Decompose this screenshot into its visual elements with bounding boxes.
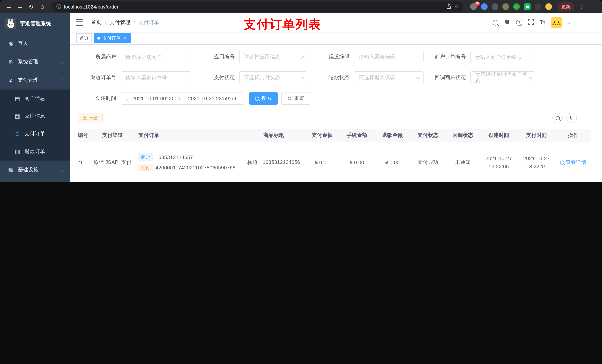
channel-order-no-input[interactable] — [121, 71, 191, 84]
merchant-order-no-label: 商户订单编号 — [424, 54, 470, 60]
search-button[interactable]: 搜索 — [249, 92, 278, 105]
header-search-icon[interactable] — [493, 20, 498, 25]
sidebar-item-app-info[interactable]: ▦ 应用信息 — [0, 107, 70, 125]
tab-pay-order[interactable]: 支付订单 × — [94, 33, 131, 43]
sidebar-item-system[interactable]: ⚙ 系统管理 — [0, 52, 70, 71]
channel-code-select[interactable]: 请输入渠道编码 — [354, 51, 424, 63]
sidebar-submenu-payment: ▤ 商户信息 ▦ 应用信息 ⊙ 支付订单 ▥ 退款订单 — [0, 90, 70, 161]
export-button[interactable]: 导出 — [78, 113, 103, 123]
browser-update-button[interactable]: 更新 — [558, 2, 574, 11]
top-navbar: 首页 / 支付管理 / 支付订单 ? TT — [70, 13, 602, 32]
logo-bunny-icon — [5, 18, 16, 29]
bookmark-star-icon[interactable]: ☆ — [454, 4, 459, 10]
github-icon[interactable] — [504, 19, 511, 27]
extension-icon[interactable] — [502, 3, 509, 10]
font-size-icon[interactable]: TT — [539, 19, 545, 26]
sidebar-toggle-icon[interactable] — [76, 19, 83, 26]
browser-menu-icon[interactable]: ⋮ — [578, 4, 585, 10]
pay-status-label: 支付状态 — [191, 74, 239, 81]
sidebar: 芋道管理系统 ◉ 首页 ⚙ 系统管理 ¥ 支付管理 — [0, 13, 70, 182]
breadcrumb-home[interactable]: 首页 — [91, 19, 101, 26]
app-no-select[interactable]: 请选择应用信息 — [239, 51, 307, 63]
date-range-end[interactable]: 2021-10-31 23:59:59 — [188, 95, 236, 101]
orders-table-container: 编号 支付渠道 支付订单 商品标题 支付金额 手续金额 退款金额 支付状态 回调… — [78, 129, 595, 182]
extension-icon[interactable] — [535, 3, 541, 10]
home-icon: ⌂ — [40, 3, 44, 10]
sidebar-item-label: 基础设施 — [18, 166, 58, 173]
reload-button[interactable]: ↻ — [26, 1, 36, 12]
chevron-down-icon — [61, 60, 65, 64]
sidebar-item-label: 系统管理 — [18, 58, 58, 65]
app-logo[interactable]: 芋道管理系统 — [0, 13, 70, 34]
col-refund: 退款金额 — [375, 129, 410, 142]
table-header-row: 编号 支付渠道 支付订单 商品标题 支付金额 手续金额 退款金额 支付状态 回调… — [78, 129, 591, 142]
user-avatar[interactable] — [551, 17, 562, 28]
callback-status-select[interactable]: 请选择订单回调商户状态 — [470, 71, 535, 84]
merchant-input[interactable] — [121, 51, 191, 63]
reset-button[interactable]: ↻ 重置 — [281, 92, 310, 105]
sidebar-item-infra[interactable]: ▧ 基础设施 — [0, 161, 70, 179]
col-actions: 操作 — [555, 129, 591, 142]
chevron-down-icon — [300, 54, 304, 59]
merchant-label: 所属商户 — [78, 54, 121, 60]
address-bar[interactable]: ⓘ localhost:1024/pay/order ☆ — [52, 1, 463, 12]
tab-label: 支付订单 — [103, 35, 120, 41]
breadcrumb-separator: / — [105, 20, 106, 26]
help-icon[interactable]: ? — [516, 20, 522, 26]
extension-icon[interactable]: 10 — [470, 3, 477, 10]
callback-status-label: 回调商户状态 — [424, 74, 470, 81]
refresh-icon: ↻ — [287, 95, 291, 101]
sidebar-item-refund-order[interactable]: ▥ 退款订单 — [0, 143, 70, 161]
breadcrumb: 首页 / 支付管理 / 支付订单 — [91, 19, 159, 26]
page-main: 所属商户 应用编号 请选择应用信息 渠道编码 请输入渠道编码 商户订单编号 — [70, 45, 602, 182]
date-range-start[interactable]: 2021-10-01 00:00:00 — [132, 95, 180, 101]
extension-icon[interactable] — [492, 3, 498, 10]
chevron-down-icon — [61, 168, 65, 172]
app-grid-icon: ▦ — [14, 113, 21, 119]
url-text[interactable]: localhost:1024/pay/order — [64, 4, 443, 10]
sidebar-item-pay-order[interactable]: ⊙ 支付订单 — [0, 125, 70, 143]
hide-search-button[interactable] — [552, 113, 563, 123]
extension-check-icon[interactable]: ✓ — [513, 3, 520, 10]
table-tools: ↻ — [552, 113, 577, 123]
chevron-down-icon — [528, 75, 532, 79]
sidebar-item-merchant-info[interactable]: ▤ 商户信息 — [0, 90, 70, 107]
site-info-icon[interactable]: ⓘ — [56, 3, 61, 10]
forward-button[interactable]: → — [15, 1, 25, 12]
tab-home[interactable]: 首页 — [76, 33, 92, 43]
share-icon[interactable] — [446, 3, 452, 10]
order-target-icon: ⊙ — [14, 131, 21, 137]
sidebar-item-label: 支付管理 — [18, 77, 58, 83]
fullscreen-icon[interactable] — [528, 19, 534, 26]
breadcrumb-current: 支付订单 — [139, 19, 159, 26]
cell-actions: 查看详情 — [555, 142, 591, 182]
wechat-devtools-icon[interactable] — [524, 3, 531, 10]
breadcrumb-payment[interactable]: 支付管理 — [110, 19, 130, 26]
home-button[interactable]: ⌂ — [37, 1, 47, 12]
sidebar-item-home[interactable]: ◉ 首页 — [0, 34, 70, 52]
close-icon[interactable]: × — [123, 35, 128, 41]
sidebar-item-payment[interactable]: ¥ 支付管理 — [0, 71, 70, 90]
chevron-down-icon[interactable] — [567, 21, 571, 24]
check-icon: ✓ — [515, 5, 518, 9]
forward-icon: → — [17, 3, 23, 10]
sidebar-item-label: 支付订单 — [24, 131, 45, 137]
refund-status-select[interactable]: 请选择退款状态 — [354, 71, 424, 84]
view-detail-link[interactable]: 查看详情 — [560, 159, 586, 166]
pay-status-placeholder: 请选择支付状态 — [244, 74, 280, 81]
cell-pay-status: 支付成功 — [410, 142, 446, 182]
create-time-range-picker[interactable]: ◷ 2021-10-01 00:00:00 - 2021-10-31 23:59… — [121, 92, 244, 105]
profile-avatar-icon[interactable] — [545, 3, 552, 10]
extension-icon[interactable] — [481, 3, 488, 10]
back-button[interactable]: ← — [4, 1, 14, 12]
merchant-order-no-input[interactable] — [470, 51, 535, 63]
pay-status-select[interactable]: 请选择支付状态 — [239, 71, 307, 84]
sidebar-item-dev-tools[interactable]: ⚒ 研发工具 — [0, 179, 70, 182]
channel-order-no-label: 渠道订单号 — [78, 74, 121, 81]
filter-row-3: 创建时间 ◷ 2021-10-01 00:00:00 - 2021-10-31 … — [78, 92, 595, 105]
refresh-table-button[interactable]: ↻ — [567, 113, 577, 123]
pay-tag: 支付 — [139, 164, 152, 171]
extension-badge: 10 — [474, 1, 480, 6]
col-id: 编号 — [78, 129, 90, 142]
col-fee: 手续金额 — [339, 129, 375, 142]
